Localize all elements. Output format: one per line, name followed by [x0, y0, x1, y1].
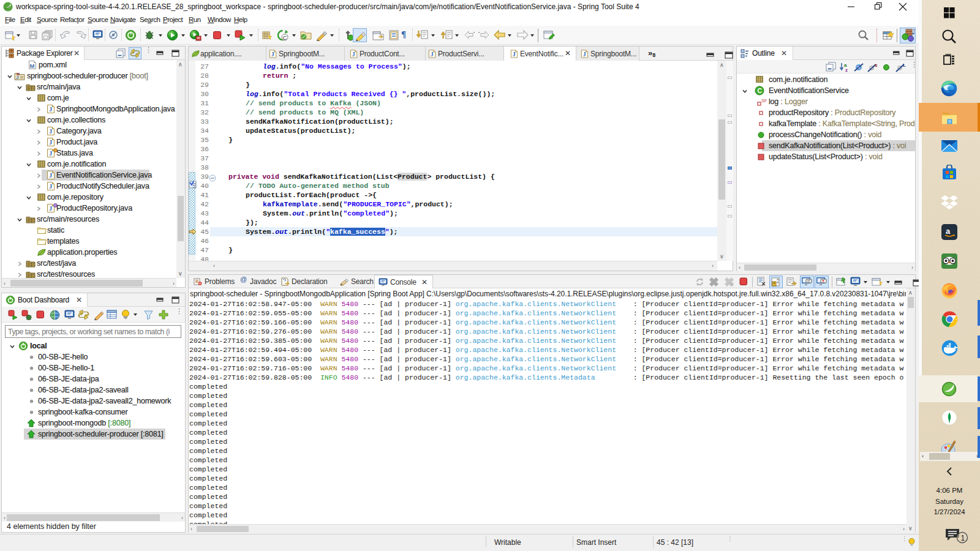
svg-text:C: C — [283, 35, 287, 41]
svg-text:a: a — [946, 227, 951, 236]
svg-text:L: L — [903, 62, 906, 68]
svg-text:F: F — [764, 98, 767, 103]
svg-text:s: s — [875, 62, 878, 68]
svg-text:1: 1 — [961, 534, 965, 542]
svg-text:z: z — [845, 67, 848, 73]
svg-text:J: J — [912, 29, 914, 36]
svg-text:C: C — [758, 87, 763, 94]
